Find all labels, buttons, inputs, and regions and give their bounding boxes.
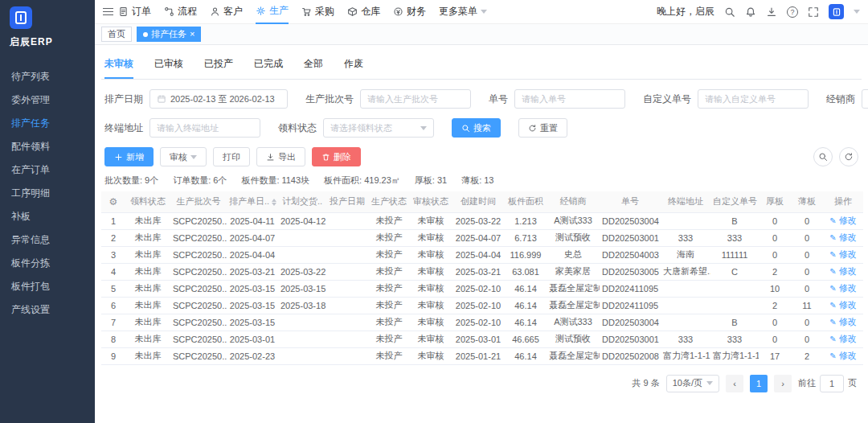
sidebar-item-scheduling-tasks[interactable]: 排产任务 xyxy=(0,112,95,135)
search-button[interactable]: 搜索 xyxy=(452,118,501,138)
close-icon[interactable]: × xyxy=(190,30,194,39)
table-row[interactable]: 8 未出库 SCPC20250... 2025-03-01 未投产 未审核 20… xyxy=(101,331,863,347)
user-greeting: 晚上好，启辰 xyxy=(657,5,714,18)
audit-dropdown-button[interactable]: 审核 xyxy=(160,147,207,166)
terminal-address: 333 xyxy=(661,331,710,347)
custom-no-input[interactable] xyxy=(698,89,809,109)
sort-icon[interactable] xyxy=(272,199,276,206)
table-row[interactable]: 3 未出库 SCPC20250... 2025-04-04 未投产 未审核 20… xyxy=(101,246,863,263)
tab-voided[interactable]: 作废 xyxy=(344,51,363,79)
help-icon[interactable]: ? xyxy=(787,6,798,18)
refresh-button[interactable] xyxy=(839,147,858,166)
user-avatar[interactable] xyxy=(829,4,844,19)
table-row[interactable]: 5 未出库 SCPC20250... 2025-03-15 2025-03-15… xyxy=(101,280,863,297)
edit-link[interactable]: ✎修改 xyxy=(829,316,856,328)
sidebar-item-line-settings[interactable]: 产线设置 xyxy=(0,298,95,322)
topnav-item-warehouse[interactable]: 仓库 xyxy=(347,0,380,24)
filter-label-batch-no: 生产批次号 xyxy=(305,92,354,106)
page-number-button[interactable]: 1 xyxy=(750,375,768,392)
order-no-input[interactable] xyxy=(514,89,625,109)
topnav-item-production[interactable]: 生产 xyxy=(256,0,289,24)
batch-no-input[interactable] xyxy=(360,89,471,109)
schedule-date-range-input[interactable]: 2025-02-13 至 2026-02-13 xyxy=(149,89,288,109)
date-range-value: 2025-02-13 至 2026-02-13 xyxy=(170,93,275,105)
sidebar-item-pending-list[interactable]: 待产列表 xyxy=(0,65,95,88)
topnav-item-finance[interactable]: 财务 xyxy=(393,0,426,24)
tag-label: 排产任务 xyxy=(151,28,186,40)
thick-count: 2 xyxy=(759,297,791,314)
dealer-input[interactable] xyxy=(862,89,868,109)
tab-all[interactable]: 全部 xyxy=(304,51,323,79)
sidebar-item-outsourcing[interactable]: 委外管理 xyxy=(0,88,95,112)
col-schedule-date[interactable]: 排产单日.. xyxy=(227,191,278,212)
panel-area: 63.081 xyxy=(505,263,547,280)
topnav-item-more-menu[interactable]: 更多菜单 xyxy=(439,0,487,24)
filter-label-dealer: 经销商 xyxy=(826,92,855,106)
topnav-item-customers[interactable]: 客户 xyxy=(210,0,243,24)
toolbar: 新增 审核 打印 导出 删除 xyxy=(101,147,862,166)
topnav-item-flow[interactable]: 流程 xyxy=(164,0,197,24)
fullscreen-icon[interactable] xyxy=(808,6,819,18)
user-menu-chevron-icon[interactable] xyxy=(854,10,860,14)
edit-link[interactable]: ✎修改 xyxy=(829,232,856,244)
sidebar-item-process-detail[interactable]: 工序明细 xyxy=(0,182,95,205)
terminal-address-input[interactable] xyxy=(149,118,260,138)
notification-bell-icon[interactable] xyxy=(745,6,756,18)
schedule-date: 2025-02-23 xyxy=(227,347,278,364)
tag-home[interactable]: 首页 × xyxy=(101,27,132,42)
terminal-address: 富力湾1-1-1... xyxy=(661,347,710,364)
add-button[interactable]: 新增 xyxy=(104,147,154,166)
topnav-item-purchasing[interactable]: 采购 xyxy=(301,0,334,24)
edit-link[interactable]: ✎修改 xyxy=(829,350,856,362)
edit-link[interactable]: ✎修改 xyxy=(829,265,856,277)
toggle-search-button[interactable] xyxy=(813,147,833,166)
prev-page-button[interactable]: ‹ xyxy=(726,375,743,392)
print-button[interactable]: 打印 xyxy=(213,147,250,166)
table-row[interactable]: 1 未出库 SCPC20250... 2025-04-11 2025-04-12… xyxy=(101,212,863,229)
panel-area: 46.14 xyxy=(505,347,547,364)
edit-link[interactable]: ✎修改 xyxy=(829,299,856,311)
sidebar-item-parts-picking[interactable]: 配件领料 xyxy=(0,135,95,158)
goto-page-input[interactable] xyxy=(820,375,844,392)
table-row[interactable]: 6 未出库 SCPC20250... 2025-03-15 2025-03-18… xyxy=(101,297,863,314)
calendar-icon xyxy=(157,94,166,104)
next-page-button[interactable]: › xyxy=(774,375,792,392)
tab-unaudited[interactable]: 未审核 xyxy=(104,51,133,79)
sidebar-item-repanel[interactable]: 补板 xyxy=(0,205,95,228)
edit-label: 修改 xyxy=(839,299,857,311)
tag-scheduling-tasks[interactable]: 排产任务 × xyxy=(137,27,201,42)
sidebar-item-in-production-orders[interactable]: 在产订单 xyxy=(0,158,95,182)
edit-link[interactable]: ✎修改 xyxy=(829,333,856,345)
topnav-item-orders[interactable]: 订单 xyxy=(118,0,151,24)
column-settings-gear-icon[interactable]: ⚙ xyxy=(109,196,118,207)
sidebar-nav: 待产列表 委外管理 排产任务 配件领料 在产订单 工序明细 补板 异常信息 板件… xyxy=(0,65,95,322)
reset-button[interactable]: 重置 xyxy=(518,118,567,138)
table-row[interactable]: 9 未出库 SCPC20250... 2025-02-23 未投产 未审核 20… xyxy=(101,347,863,364)
collapse-menu-icon[interactable] xyxy=(101,5,115,19)
table-row[interactable]: 4 未出库 SCPC20250... 2025-03-21 2025-03-22… xyxy=(101,263,863,280)
thin-count: 0 xyxy=(791,331,823,347)
pick-status: 未出库 xyxy=(125,229,170,246)
audit-status: 未审核 xyxy=(410,246,452,263)
download-icon[interactable] xyxy=(766,6,777,18)
sidebar-item-abnormal-info[interactable]: 异常信息 xyxy=(0,228,95,252)
export-button[interactable]: 导出 xyxy=(256,147,305,166)
search-icon[interactable] xyxy=(724,6,735,18)
pick-status: 未出库 xyxy=(125,314,170,331)
delete-button[interactable]: 删除 xyxy=(312,147,361,166)
edit-link[interactable]: ✎修改 xyxy=(829,215,856,227)
table-row[interactable]: 2 未出库 SCPC20250... 2025-04-07 未投产 未审核 20… xyxy=(101,229,863,246)
edit-link[interactable]: ✎修改 xyxy=(829,248,856,261)
tab-completed[interactable]: 已完成 xyxy=(254,51,283,79)
pick-status-select[interactable]: 请选择领料状态 xyxy=(323,118,434,138)
batch-no: SCPC20250... xyxy=(170,347,227,364)
terminal-address: 333 xyxy=(661,229,710,246)
tab-in-production[interactable]: 已投产 xyxy=(204,51,233,79)
edit-link[interactable]: ✎修改 xyxy=(829,282,856,294)
plan-delivery-date: 2025-03-18 xyxy=(278,297,326,314)
tab-audited[interactable]: 已审核 xyxy=(154,51,183,79)
page-size-select[interactable]: 10条/页 xyxy=(666,375,719,392)
sidebar-item-panel-packing[interactable]: 板件打包 xyxy=(0,275,95,298)
table-row[interactable]: 7 未出库 SCPC20250... 2025-03-15 未投产 未审核 20… xyxy=(101,314,863,331)
sidebar-item-panel-sorting[interactable]: 板件分拣 xyxy=(0,252,95,275)
